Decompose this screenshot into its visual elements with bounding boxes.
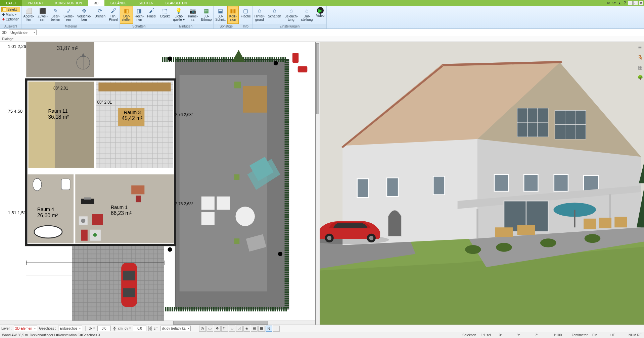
window-restore-button[interactable]: ▭ (633, 1, 638, 5)
geschoss-combo[interactable]: Erdgeschos▾ (58, 326, 83, 331)
dx-input[interactable]: 0,0 (97, 326, 111, 331)
svg-text:45,42 m²: 45,42 m² (122, 115, 142, 121)
assign-icon: ⬛ (39, 7, 46, 14)
verschieben-button[interactable]: ✥Verschie- ben (76, 6, 93, 24)
coordmode-combo[interactable]: dx,dy (relativ ka▾ (160, 326, 191, 331)
dy-up[interactable]: ▲ (148, 326, 152, 329)
svg-point-63 (168, 56, 172, 61)
3dschnitt-button[interactable]: ⬓3D- Schnitt (214, 6, 227, 24)
layer-combo[interactable]: 2D-Elemen▾ (14, 326, 37, 331)
rechnen-button[interactable]: ◨Rech- nen (133, 6, 145, 24)
tab-gelaende[interactable]: GELÄNDE (104, 0, 133, 6)
svg-rect-13 (234, 238, 240, 244)
hintergrund-button[interactable]: ⌂Hinter- grund (253, 6, 266, 24)
status-ein: Ein (592, 333, 606, 337)
tab-datei[interactable]: DATEI (0, 0, 22, 6)
video-button[interactable]: ▶Video (314, 6, 326, 24)
palette-icon[interactable]: ▦ (637, 64, 643, 71)
tree-icon[interactable]: 🌳 (637, 74, 643, 81)
bottom-control-bar: Layer : 2D-Elemen▾ Geschoss : Erdgeschos… (0, 325, 644, 332)
hinpinsel-button[interactable]: 🖌Hin. Pinsel (107, 6, 120, 24)
ribbon: Selekt ✚Mark.▾ ✚Optionen Auswahl ⬜Abgrei… (0, 6, 644, 29)
kamera-button[interactable]: 📷Kame- ra (186, 6, 199, 24)
tab-sichten[interactable]: SICHTEN (133, 0, 159, 6)
layers-icon[interactable]: ≣ (637, 44, 643, 51)
2d-hscrollbar[interactable] (0, 321, 315, 325)
dy-input[interactable]: 0,0 (133, 326, 146, 331)
tab-projekt[interactable]: PROJEKT (22, 0, 49, 6)
sync-icon[interactable]: ⟳ (612, 1, 616, 5)
zuweisen-button[interactable]: ⬛Zuwei- sen (36, 6, 49, 24)
tool-hatch-icon[interactable]: ▤ (251, 326, 258, 332)
mark-dropdown[interactable]: ✚Mark.▾ (1, 12, 20, 17)
help-icon[interactable]: ? (623, 1, 627, 5)
drehen-button[interactable]: ⟳Drehen (93, 6, 107, 24)
svg-text:Raum 4: Raum 4 (37, 207, 54, 212)
bitmap-icon: ▦ (203, 7, 210, 14)
group-label-sonstige: Sonstige (214, 24, 239, 29)
darstellung-button[interactable]: ⌂Dar- stellung (300, 6, 314, 24)
tab-3d[interactable]: 3D (88, 0, 104, 6)
bearbeiten-button[interactable]: ✎Bear- beiten (49, 6, 62, 24)
chair-icon[interactable]: 🪑 (637, 54, 643, 61)
svg-point-32 (33, 178, 42, 191)
pin-icon[interactable]: ✏ (606, 1, 611, 5)
tab-bearbeiten[interactable]: BEARBEITEN (159, 0, 193, 6)
background-icon: ⌂ (256, 7, 263, 14)
tool-grid-icon[interactable]: ▦ (258, 326, 265, 332)
2d-vscrollbar[interactable] (316, 42, 320, 325)
selekt-button[interactable]: Selekt (1, 7, 20, 12)
svg-rect-42 (92, 214, 103, 225)
lichtquelle-button[interactable]: 💡Licht- quelle ▾ (171, 6, 186, 24)
shadow-set-icon: ⌂ (271, 7, 278, 14)
optionen-button[interactable]: ✚Optionen (1, 17, 20, 21)
svg-rect-51 (72, 246, 164, 325)
dx-down[interactable]: ▼ (113, 329, 116, 331)
beleuchtung-button[interactable]: ⌂Beleuch- tung (283, 6, 299, 24)
svg-point-34 (34, 226, 62, 238)
3dbitmap-button[interactable]: ▦3D- Bitmap (199, 6, 213, 24)
tool-screen-icon[interactable]: ▭ (206, 326, 213, 332)
tool-layers-icon[interactable]: ❖ (214, 326, 221, 332)
tab-konstruktion[interactable]: KONSTRUKTION (49, 0, 88, 6)
group-label-einstellungen: Einstellungen (253, 24, 326, 29)
svg-point-64 (274, 61, 278, 65)
darstellen-button[interactable]: ◧Dar- stellen (120, 6, 133, 24)
svg-text:1,51
1,51: 1,51 1,51 (8, 210, 26, 215)
svg-marker-2 (232, 50, 245, 62)
eyedropper-icon: ⬜ (25, 7, 33, 14)
flaeche-button[interactable]: ▢Fläche (239, 6, 252, 24)
dy-down[interactable]: ▼ (148, 329, 152, 331)
abgreifen-button[interactable]: ⬜Abgrei- fen (22, 6, 36, 24)
pinsel-button[interactable]: 🖌Pinsel (145, 6, 158, 24)
objekt-button[interactable]: ⬚Objekt (158, 6, 171, 24)
skalieren-button[interactable]: ⤢Skalie- ren (62, 6, 76, 24)
tool-snap-icon[interactable]: ◈ (243, 326, 250, 332)
window-minimize-button[interactable]: − (628, 1, 633, 5)
tool-angle-icon[interactable]: ◿ (236, 326, 243, 332)
svg-rect-118 (614, 217, 627, 228)
svg-rect-68 (298, 66, 308, 72)
tool-select-icon[interactable]: ⬚ (221, 326, 228, 332)
window-close-button[interactable]: × (639, 1, 643, 5)
group-label-auswahl: Auswahl (0, 24, 21, 29)
svg-rect-9 (217, 196, 230, 210)
svg-point-46 (93, 233, 97, 237)
tool-info-icon[interactable]: i (273, 326, 280, 332)
camera-icon: 📷 (189, 7, 196, 14)
tool-north-icon[interactable]: N (266, 326, 272, 332)
flag-icon[interactable]: ▴ (617, 1, 622, 5)
2d-plan-pane[interactable]: 31,87 m² Raum 11 36,18 m² Raum 3 45,42 m… (0, 42, 316, 325)
view-combo[interactable]: Urgelände▾ (9, 30, 37, 35)
kollision-button[interactable]: ▮▮Kolli- sion (227, 6, 239, 24)
svg-text:31,87 m²: 31,87 m² (57, 45, 78, 51)
dx-label: dx = (89, 327, 95, 330)
dx-up[interactable]: ▲ (113, 326, 116, 329)
tool-clock-icon[interactable]: ◷ (199, 326, 206, 332)
dialog-bar: Dialoge: (0, 36, 644, 42)
svg-rect-67 (292, 53, 298, 63)
schatten-set-button[interactable]: ⌂Schatten (266, 6, 283, 24)
3d-render-pane[interactable]: ≣ 🪑 ▦ 🌳 (320, 42, 644, 325)
tool-measure-icon[interactable]: ▱ (229, 326, 235, 332)
svg-point-124 (584, 234, 600, 243)
